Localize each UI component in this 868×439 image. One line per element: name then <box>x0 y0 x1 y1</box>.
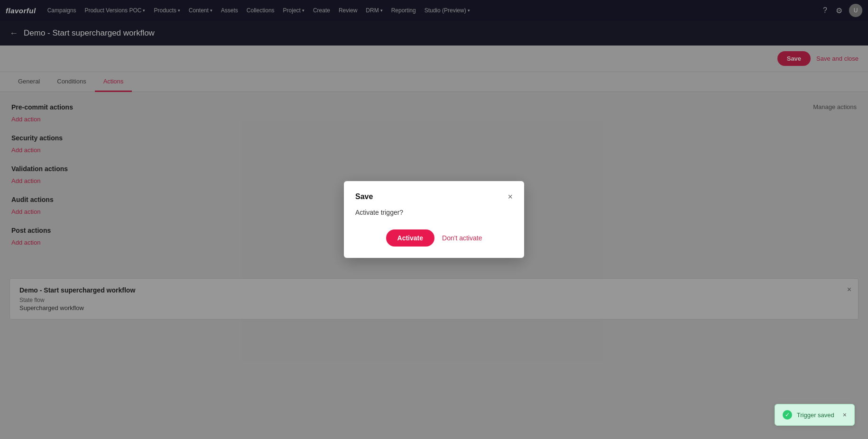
dialog-title: Save <box>355 192 373 201</box>
save-dialog: Save × Activate trigger? Activate Don't … <box>344 181 524 258</box>
toast-close-button[interactable]: × <box>843 411 847 419</box>
toast-message: Trigger saved <box>797 412 834 419</box>
dialog-close-button[interactable]: × <box>508 192 513 201</box>
toast-notification: ✓ Trigger saved × <box>775 404 855 426</box>
toast-check-icon: ✓ <box>783 410 792 420</box>
activate-button[interactable]: Activate <box>386 229 434 247</box>
dialog-header: Save × <box>355 192 513 201</box>
dont-activate-button[interactable]: Don't activate <box>442 234 482 242</box>
modal-overlay: Save × Activate trigger? Activate Don't … <box>0 0 868 439</box>
dialog-body: Activate trigger? <box>355 209 513 216</box>
dialog-footer: Activate Don't activate <box>355 229 513 247</box>
